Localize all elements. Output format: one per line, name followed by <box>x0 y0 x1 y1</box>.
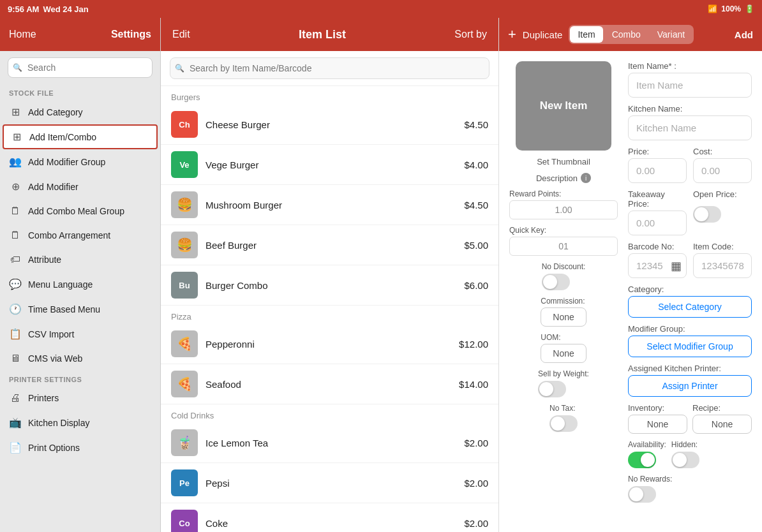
sidebar-item-label-kitchen-display: Kitchen Display <box>28 418 90 428</box>
recipe-button[interactable]: None <box>692 415 752 434</box>
list-item[interactable]: Co Coke $2.00 <box>161 503 498 532</box>
uom-field: UOM: None <box>541 333 586 363</box>
status-bar: 9:56 AM Wed 24 Jan 📶 100% 🔋 <box>0 0 762 18</box>
price-input[interactable] <box>628 158 687 183</box>
sidebar-item-label-add-modifier-group: Add Modifier Group <box>28 157 105 167</box>
no-tax-toggle[interactable] <box>549 415 578 432</box>
kitchen-name-input[interactable] <box>628 115 752 140</box>
reward-points-input[interactable] <box>509 200 618 219</box>
sort-by-button[interactable]: Sort by <box>454 29 487 40</box>
sidebar-item-label-add-combo-meal: Add Combo Meal Group <box>28 206 124 216</box>
edit-button[interactable]: Edit <box>172 29 190 40</box>
item-thumbnail: 🍕 <box>171 371 198 397</box>
assign-printer-button[interactable]: Assign Printer <box>628 375 752 397</box>
quick-key-input[interactable] <box>509 237 618 256</box>
main-layout: Home Settings STOCK FILE ⊞ Add Category … <box>0 18 762 532</box>
no-discount-toggle[interactable] <box>542 274 570 290</box>
sidebar-item-print-options[interactable]: 📄 Print Options <box>0 435 160 460</box>
list-item[interactable]: Ve Vege Burger $4.00 <box>161 145 498 185</box>
no-tax-label: No Tax: <box>549 404 578 413</box>
barcode-scan-icon[interactable]: ▦ <box>671 259 682 273</box>
takeaway-price-field: Takeaway Price: <box>628 189 687 235</box>
availability-toggle[interactable] <box>628 452 656 468</box>
sidebar-item-cms-via-web[interactable]: 🖥 CMS via Web <box>0 346 160 371</box>
sidebar-item-label-cms-via-web: CMS via Web <box>28 353 82 364</box>
sidebar-item-menu-language[interactable]: 💬 Menu Language <box>0 272 160 297</box>
item-name-input[interactable] <box>628 73 752 98</box>
list-item[interactable]: 🍕 Pepperonni $12.00 <box>161 324 498 364</box>
new-item-label: New Item <box>540 100 588 112</box>
item-name: Vege Burger <box>205 159 456 170</box>
sidebar-item-add-modifier-group[interactable]: 👥 Add Modifier Group <box>0 149 160 174</box>
item-thumbnail: Co <box>171 510 198 532</box>
description-info-icon[interactable]: i <box>581 173 591 183</box>
sidebar-item-time-based-menu[interactable]: 🕐 Time Based Menu <box>0 297 160 321</box>
item-thumbnail: 🍔 <box>171 191 198 218</box>
list-item[interactable]: Ch Cheese Burger $4.50 <box>161 105 498 145</box>
sidebar-item-label-add-item-combo: Add Item/Combo <box>29 132 96 142</box>
inventory-button[interactable]: None <box>628 415 687 434</box>
sidebar-item-add-category[interactable]: ⊞ Add Category <box>0 100 160 124</box>
item-code-input[interactable] <box>693 253 752 278</box>
new-item-thumbnail[interactable]: New Item <box>516 61 611 151</box>
home-button[interactable]: Home <box>9 29 36 40</box>
sell-by-weight-toggle[interactable] <box>538 381 566 397</box>
list-item[interactable]: 🍔 Mushroom Burger $4.50 <box>161 185 498 225</box>
cost-input[interactable] <box>693 158 752 183</box>
item-list-panel: Edit Item List Sort by BurgersCh Cheese … <box>161 18 499 532</box>
tab-variant[interactable]: Variant <box>650 26 692 43</box>
takeaway-price-input[interactable] <box>628 211 687 235</box>
list-item[interactable]: 🍕 Seafood $14.00 <box>161 364 498 404</box>
attribute-icon: 🏷 <box>9 254 22 265</box>
sidebar-item-combo-arrangement[interactable]: 🗒 Combo Arrangement <box>0 223 160 248</box>
item-thumbnail: Ch <box>171 111 198 138</box>
list-item[interactable]: 🧋 Ice Lemon Tea $2.00 <box>161 423 498 463</box>
sidebar-item-add-combo-meal[interactable]: 🗒 Add Combo Meal Group <box>0 199 160 223</box>
form-right-col: Item Name* : Kitchen Name: Price: <box>628 61 752 503</box>
duplicate-button[interactable]: Duplicate <box>523 29 563 40</box>
add-new-plus-button[interactable]: + <box>508 26 516 43</box>
form-area: New Item Set Thumbnail Description i Rew… <box>499 51 762 532</box>
add-item-combo-icon: ⊞ <box>10 131 23 143</box>
add-button[interactable]: Add <box>735 29 753 40</box>
menu-language-icon: 💬 <box>9 278 22 290</box>
sidebar-search-input[interactable] <box>8 57 153 78</box>
item-list-search-input[interactable] <box>170 57 489 79</box>
item-name: Cheese Burger <box>205 119 456 130</box>
add-modifier-icon: ⊕ <box>9 181 22 193</box>
commission-label: Commission: <box>541 297 586 306</box>
list-item[interactable]: Bu Burger Combo $6.00 <box>161 265 498 306</box>
commission-button[interactable]: None <box>541 307 586 327</box>
barcode-no-field: Barcode No: ▦ <box>628 242 687 278</box>
item-code-label: Item Code: <box>693 242 752 251</box>
no-rewards-toggle[interactable] <box>628 486 656 503</box>
inventory-field: Inventory: None <box>628 403 687 434</box>
item-price: $5.00 <box>464 240 488 251</box>
sidebar-item-add-modifier[interactable]: ⊕ Add Modifier <box>0 174 160 199</box>
recipe-field: Recipe: None <box>692 403 752 434</box>
open-price-toggle[interactable] <box>693 206 721 223</box>
sidebar-item-attribute[interactable]: 🏷 Attribute <box>0 248 160 272</box>
item-price: $4.50 <box>464 200 488 211</box>
sidebar-item-kitchen-display[interactable]: 📺 Kitchen Display <box>0 410 160 435</box>
sidebar: Home Settings STOCK FILE ⊞ Add Category … <box>0 18 161 532</box>
select-category-button[interactable]: Select Category <box>628 296 752 318</box>
reward-points-field: Reward Points: <box>509 189 618 219</box>
hidden-toggle[interactable] <box>671 452 699 468</box>
category-label: Burgers <box>161 86 498 105</box>
item-name: Beef Burger <box>205 240 456 251</box>
list-item[interactable]: 🍔 Beef Burger $5.00 <box>161 225 498 265</box>
list-item[interactable]: Pe Pepsi $2.00 <box>161 463 498 503</box>
no-rewards-row: No Rewards: <box>628 475 752 503</box>
sidebar-item-csv-import[interactable]: 📋 CSV Import <box>0 321 160 346</box>
select-modifier-group-button[interactable]: Select Modifier Group <box>628 336 752 357</box>
uom-button[interactable]: None <box>541 344 586 363</box>
sidebar-item-printers[interactable]: 🖨 Printers <box>0 386 160 410</box>
tab-combo[interactable]: Combo <box>604 26 648 43</box>
kitchen-name-field: Kitchen Name: <box>628 104 752 140</box>
tab-item[interactable]: Item <box>570 26 602 43</box>
item-name: Ice Lemon Tea <box>205 438 456 448</box>
set-thumbnail-button[interactable]: Set Thumbnail <box>537 157 590 166</box>
no-discount-toggle-group: No Discount: <box>542 262 586 290</box>
sidebar-item-add-item-combo[interactable]: ⊞ Add Item/Combo <box>3 124 158 149</box>
